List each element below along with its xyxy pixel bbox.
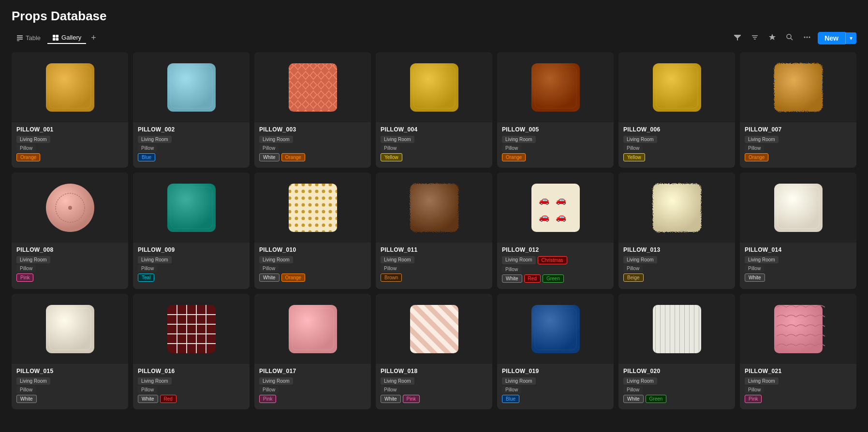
app-header: Props Database Table Gallery — [0, 0, 868, 48]
gallery-card[interactable]: PILLOW_004Living RoomPillowYellow — [376, 52, 492, 168]
svg-point-12 — [809, 37, 810, 38]
tags-type-row: Pillow — [745, 386, 852, 393]
tags-room-row: Living Room — [16, 136, 123, 143]
tag-type: Pillow — [381, 265, 400, 272]
tag-room: Living Room — [745, 377, 779, 385]
gallery-card[interactable]: PILLOW_005Living RoomPillowOrange — [497, 52, 614, 168]
tag-type: Pillow — [502, 386, 521, 393]
card-info: PILLOW_020Living RoomPillowWhiteGreen — [618, 364, 735, 409]
card-info: PILLOW_018Living RoomPillowWhitePink — [376, 364, 492, 409]
tag-christmas: Christmas — [538, 256, 567, 264]
gallery-card[interactable]: PILLOW_003Living RoomPillowWhiteOrange — [254, 52, 371, 168]
gallery-card[interactable]: PILLOW_016Living RoomPillowWhiteRed — [133, 294, 250, 409]
gallery-card[interactable]: PILLOW_017Living RoomPillowPink — [254, 294, 371, 409]
card-image — [254, 173, 371, 243]
tags-type-row: Pillow — [502, 386, 609, 393]
gallery-card[interactable]: PILLOW_015Living RoomPillowWhite — [12, 294, 128, 409]
tag-color: Teal — [138, 274, 154, 282]
card-info: PILLOW_005Living RoomPillowOrange — [497, 122, 614, 168]
card-info: PILLOW_007Living RoomPillowOrange — [740, 122, 856, 168]
tags-color-row: White — [16, 395, 123, 403]
gallery-card[interactable]: PILLOW_001Living RoomPillowOrange — [12, 52, 128, 168]
card-name: PILLOW_009 — [138, 246, 245, 253]
gallery-card[interactable]: PILLOW_014Living RoomPillowWhite — [740, 173, 856, 289]
card-name: PILLOW_012 — [502, 246, 609, 253]
gallery-card[interactable]: PILLOW_010Living RoomPillowWhiteOrange — [254, 173, 371, 289]
gallery-card[interactable]: PILLOW_007Living RoomPillowOrange — [740, 52, 856, 168]
tag-color: White — [502, 274, 522, 283]
svg-rect-55 — [289, 305, 337, 353]
svg-rect-22 — [531, 63, 580, 112]
tag-room: Living Room — [259, 256, 293, 263]
tags-room-row: Living Room — [259, 136, 366, 143]
card-image — [376, 173, 492, 243]
tab-gallery[interactable]: Gallery — [47, 32, 86, 44]
tags-room-row: Living Room — [259, 256, 366, 263]
tag-type: Pillow — [259, 386, 279, 393]
gallery-card[interactable]: PILLOW_006Living RoomPillowYellow — [618, 52, 735, 168]
tag-type: Pillow — [623, 144, 643, 152]
gallery-card[interactable]: PILLOW_019Living RoomPillowBlue — [497, 294, 614, 409]
gallery-card[interactable]: PILLOW_002Living RoomPillowBlue — [133, 52, 250, 168]
card-info: PILLOW_013Living RoomPillowBeige — [618, 243, 735, 288]
svg-text:🚗: 🚗 — [556, 195, 567, 205]
sort-button[interactable] — [748, 31, 762, 44]
tag-color: Pink — [745, 395, 762, 403]
card-name: PILLOW_008 — [16, 246, 123, 253]
card-image — [376, 52, 492, 122]
tags-type-row: Pillow — [259, 265, 366, 272]
new-button-dropdown[interactable]: ▾ — [845, 32, 856, 44]
tags-room-row: Living Room — [16, 377, 123, 385]
tags-room-row: Living Room — [138, 136, 245, 143]
gallery-card[interactable]: 🚗 🚗 🚗 🚗 PILLOW_012Living RoomChristmasPi… — [497, 173, 614, 289]
svg-rect-34 — [289, 184, 337, 232]
tag-room: Living Room — [381, 377, 414, 385]
new-button[interactable]: New — [818, 32, 845, 44]
tags-type-row: Pillow — [259, 144, 366, 152]
svg-point-29 — [68, 206, 72, 210]
tag-type: Pillow — [138, 265, 157, 272]
gallery-card[interactable]: PILLOW_013Living RoomPillowBeige — [618, 173, 735, 289]
add-tab-button[interactable]: + — [88, 32, 99, 44]
tag-type: Pillow — [16, 386, 36, 393]
more-button[interactable] — [800, 31, 814, 44]
tags-type-row: Pillow — [381, 144, 487, 152]
card-image — [12, 52, 128, 122]
svg-text:🚗: 🚗 — [539, 212, 550, 222]
svg-point-10 — [804, 37, 806, 38]
gallery-card[interactable]: PILLOW_021Living RoomPillowPink — [740, 294, 856, 409]
tag-color: Orange — [281, 153, 305, 161]
tag-room: Living Room — [623, 256, 657, 263]
automation-button[interactable] — [765, 31, 779, 44]
svg-rect-26 — [774, 63, 823, 112]
svg-rect-1 — [17, 37, 23, 38]
card-image: 🚗 🚗 🚗 🚗 — [497, 173, 614, 243]
tag-color: Orange — [281, 274, 305, 282]
tag-type: Pillow — [502, 144, 521, 152]
gallery-card[interactable]: PILLOW_008Living RoomPillowPink — [12, 173, 128, 289]
toolbar: Table Gallery + — [12, 29, 856, 48]
gallery-card[interactable]: PILLOW_020Living RoomPillowWhiteGreen — [618, 294, 735, 409]
tags-color-row: WhiteOrange — [259, 153, 366, 161]
gallery-card[interactable]: PILLOW_018Living RoomPillowWhitePink — [376, 294, 492, 409]
card-image — [618, 173, 735, 243]
tag-color: White — [259, 153, 280, 161]
gallery-card[interactable]: PILLOW_011Living RoomPillowBrown — [376, 173, 492, 289]
gallery-card[interactable]: PILLOW_009Living RoomPillowTeal — [133, 173, 250, 289]
filter-button[interactable] — [731, 31, 744, 44]
tag-color: Orange — [745, 153, 768, 161]
tag-room: Living Room — [623, 377, 657, 385]
tags-room-row: Living Room — [138, 256, 245, 263]
card-image — [497, 52, 614, 122]
tags-type-row: Pillow — [745, 265, 852, 272]
search-button[interactable] — [783, 31, 796, 44]
tag-type: Pillow — [381, 144, 400, 152]
svg-point-8 — [787, 34, 791, 39]
card-name: PILLOW_020 — [623, 368, 730, 374]
tags-type-row: Pillow — [502, 266, 609, 273]
tag-room: Living Room — [16, 256, 50, 263]
more-icon — [803, 33, 811, 41]
tab-table[interactable]: Table — [12, 32, 45, 43]
card-image — [254, 52, 371, 122]
tag-room: Living Room — [16, 377, 50, 385]
